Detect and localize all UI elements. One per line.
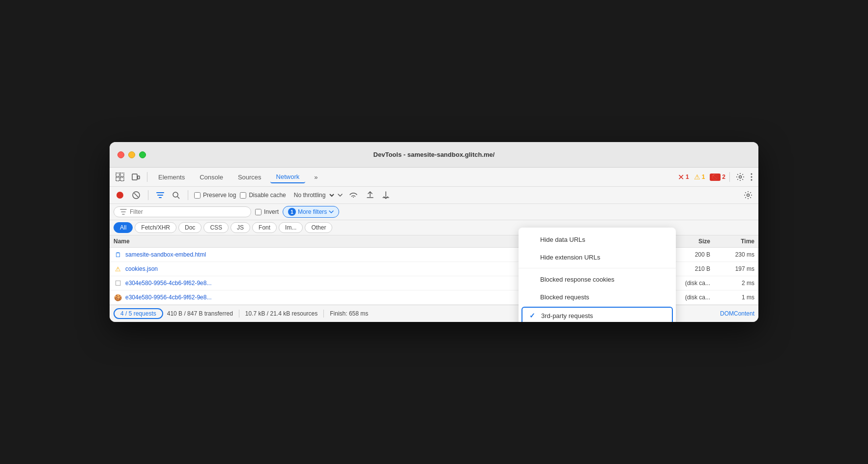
svg-point-7 (751, 174, 752, 175)
filter-tab-img[interactable]: Im... (279, 222, 303, 233)
badge-group: ✕ 1 ⚠ 1 🚫 2 (678, 171, 754, 183)
error-count: 1 (686, 174, 689, 180)
devtools-window: DevTools - samesite-sandbox.glitch.me/ E… (110, 142, 758, 322)
more-filters-dropdown: Hide data URLs Hide extension URLs Block… (519, 228, 676, 322)
invert-checkbox[interactable] (255, 209, 261, 215)
tab-sources[interactable]: Sources (232, 172, 267, 183)
divider2 (729, 172, 730, 182)
filter-tab-all[interactable]: All (114, 222, 133, 233)
svg-line-13 (177, 197, 179, 199)
svg-point-9 (751, 179, 752, 181)
error-icon: ✕ (678, 173, 684, 182)
filter-tab-css[interactable]: CSS (203, 222, 229, 233)
wifi-icon[interactable] (347, 189, 360, 201)
tab-network[interactable]: Network (270, 171, 306, 183)
record-button[interactable] (114, 189, 126, 202)
filter-tab-other[interactable]: Other (305, 222, 332, 233)
throttle-select[interactable]: No throttling Fast 3G Slow 3G (290, 190, 336, 200)
check-icon (528, 275, 536, 283)
more-filters-badge: 1 (288, 208, 296, 216)
device-icon[interactable] (129, 171, 142, 183)
dropdown-item-hide-data-urls[interactable]: Hide data URLs (519, 231, 676, 248)
filter-tab-font[interactable]: Font (252, 222, 277, 233)
resources-size: 10.7 kB / 21.4 kB resources (245, 310, 318, 317)
info-count: 2 (722, 174, 725, 180)
finish-time: Finish: 658 ms (330, 310, 368, 317)
warn-icon: ⚠ (114, 264, 122, 273)
warn-icon: ⚠ (694, 173, 700, 181)
transferred-size: 410 B / 847 B transferred (167, 310, 233, 317)
svg-point-8 (751, 176, 752, 178)
tab-elements[interactable]: Elements (152, 172, 191, 183)
dropdown-item-3rd-party-requests[interactable]: ✓ 3rd-party requests (521, 307, 673, 322)
svg-rect-2 (116, 177, 119, 181)
domcontent-label: DOMContent (720, 310, 754, 317)
filter-tab-js[interactable]: JS (231, 222, 250, 233)
row-time: 2 ms (710, 280, 754, 287)
row-time: 1 ms (710, 294, 754, 301)
search-icon[interactable] (170, 189, 182, 201)
filter-toolbar: Invert 1 More filters Hide data URLs Hid… (110, 204, 758, 220)
dropdown-item-blocked-requests[interactable]: Blocked requests (519, 288, 676, 306)
doc-icon: 🗒 (114, 250, 122, 259)
filter-input[interactable] (130, 208, 228, 215)
filter-tab-fetch-xhr[interactable]: Fetch/XHR (135, 222, 176, 233)
traffic-lights (117, 151, 146, 158)
check-icon (528, 293, 536, 301)
tab-more[interactable]: » (308, 172, 323, 183)
divider3 (148, 190, 148, 200)
svg-rect-0 (116, 173, 119, 176)
check-mark-icon: ✓ (529, 312, 537, 319)
status-divider2 (323, 310, 324, 318)
filter-icon[interactable] (154, 189, 166, 201)
warn-count: 1 (702, 174, 705, 180)
invert-wrap: Invert (255, 208, 279, 215)
disable-cache-label[interactable]: Disable cache (240, 192, 286, 199)
filter-input-wrap (114, 206, 251, 217)
svg-point-12 (173, 192, 178, 197)
svg-point-14 (747, 194, 750, 197)
clear-icon[interactable] (130, 189, 142, 201)
network-settings-icon[interactable] (742, 189, 754, 202)
more-filters-button[interactable]: 1 More filters (283, 206, 339, 218)
cookie-icon: 🍪 (114, 293, 122, 302)
requests-count: 4 / 5 requests (114, 308, 163, 319)
titlebar: DevTools - samesite-sandbox.glitch.me/ (110, 142, 758, 168)
chevron-down-icon (338, 193, 343, 198)
col-header-time: Time (710, 238, 754, 245)
dropdown-item-blocked-response-cookies[interactable]: Blocked response cookies (519, 270, 676, 288)
download-icon[interactable] (380, 189, 392, 201)
svg-point-6 (739, 176, 742, 178)
record-circle-icon (116, 192, 123, 199)
status-divider (239, 310, 239, 318)
inspect-icon[interactable] (114, 171, 126, 183)
preserve-log-label[interactable]: Preserve log (194, 192, 236, 199)
filter-funnel-icon (120, 208, 127, 215)
generic-icon: ☐ (114, 279, 122, 288)
dropdown-divider (519, 268, 676, 268)
svg-rect-4 (132, 174, 137, 180)
throttle-control: No throttling Fast 3G Slow 3G (290, 190, 343, 200)
more-icon[interactable] (749, 171, 754, 183)
settings-icon[interactable] (734, 171, 747, 183)
disable-cache-checkbox[interactable] (240, 192, 246, 199)
divider4 (188, 190, 188, 200)
more-filters-area: 1 More filters Hide data URLs Hide exten… (283, 206, 339, 218)
network-toolbar: Preserve log Disable cache No throttling… (110, 187, 758, 204)
tab-console[interactable]: Console (194, 172, 229, 183)
info-icon: 🚫 (710, 174, 721, 181)
svg-line-11 (134, 193, 138, 197)
close-button[interactable] (117, 151, 124, 158)
preserve-log-checkbox[interactable] (194, 192, 201, 199)
upload-icon[interactable] (364, 189, 376, 201)
dropdown-item-hide-extension-urls[interactable]: Hide extension URLs (519, 248, 676, 266)
main-toolbar: Elements Console Sources Network » ✕ 1 ⚠… (110, 168, 758, 187)
chevron-down-icon (329, 210, 334, 214)
maximize-button[interactable] (139, 151, 146, 158)
filter-tab-doc[interactable]: Doc (178, 222, 202, 233)
svg-rect-3 (120, 177, 124, 181)
check-icon (528, 253, 536, 261)
minimize-button[interactable] (128, 151, 135, 158)
svg-rect-1 (120, 173, 124, 176)
check-icon (528, 235, 536, 243)
